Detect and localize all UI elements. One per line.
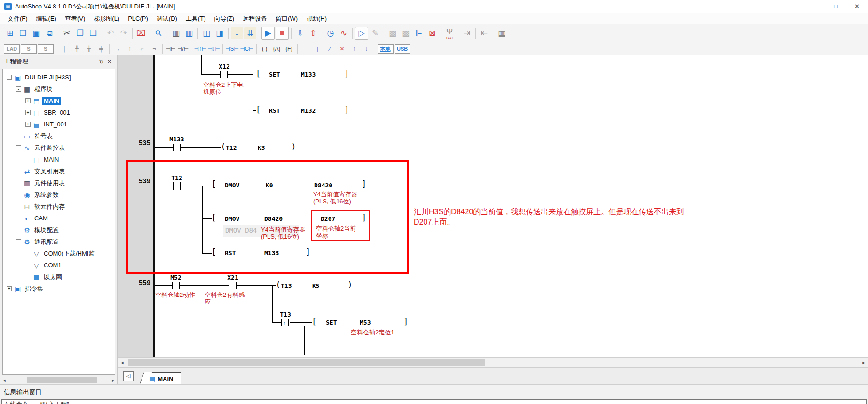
wire-right-button[interactable]: → bbox=[112, 44, 123, 54]
tree-watch-main[interactable]: ▤MAIN bbox=[3, 154, 115, 165]
collapse-expander[interactable]: - bbox=[16, 239, 21, 244]
close-button[interactable]: ✕ bbox=[846, 0, 868, 13]
menu-item-2[interactable]: 查看(V) bbox=[61, 13, 89, 24]
copy-button[interactable]: ❐ bbox=[74, 27, 86, 39]
cut-button[interactable]: ✂ bbox=[61, 27, 73, 39]
panel-close-icon[interactable]: ✕ bbox=[105, 58, 114, 65]
save-button[interactable]: ▣ bbox=[30, 27, 42, 39]
scroll-thumb[interactable] bbox=[27, 377, 97, 383]
contact-m133-bar[interactable] bbox=[180, 144, 181, 151]
find-button[interactable]: ⚲ bbox=[152, 27, 165, 39]
contact-closed-button[interactable]: ⊣/⊢ bbox=[177, 44, 189, 54]
scroll-track[interactable] bbox=[8, 377, 110, 384]
instr-set-m133[interactable]: [ bbox=[256, 70, 260, 78]
tree-ethernet[interactable]: ▦以太网 bbox=[3, 271, 115, 283]
cascade-windows-button[interactable]: ◨ bbox=[213, 27, 226, 39]
coil-t13-k5[interactable]: ( bbox=[276, 281, 280, 288]
contact-x21-bar[interactable] bbox=[236, 282, 237, 289]
wire-up-button[interactable]: ↑ bbox=[124, 44, 135, 54]
print-setup-button[interactable]: ▥ bbox=[183, 27, 195, 39]
jump-out-button[interactable]: ⇤ bbox=[478, 27, 490, 39]
instr-rst-m132[interactable]: [ bbox=[256, 106, 260, 114]
editor-scroll-left-arrow[interactable]: ◄ bbox=[118, 360, 126, 365]
soft-monitor-button[interactable]: ▩ bbox=[387, 27, 399, 39]
contact-x12-bar[interactable] bbox=[227, 71, 228, 78]
delete-line-button[interactable]: ✕ bbox=[337, 44, 348, 54]
run-button[interactable]: ▶ bbox=[261, 27, 275, 40]
new-file-button[interactable]: ⊞ bbox=[4, 27, 16, 39]
expand-expander[interactable]: + bbox=[7, 286, 12, 291]
minimize-button[interactable]: — bbox=[804, 0, 825, 13]
insert-row-button[interactable]: ⊫ bbox=[413, 27, 425, 39]
expand-expander[interactable]: + bbox=[25, 122, 31, 127]
wire-corner-2-button[interactable]: ¬ bbox=[149, 44, 160, 54]
expand-expander[interactable]: + bbox=[25, 110, 31, 115]
jump-in-button[interactable]: ⇥ bbox=[461, 27, 473, 39]
tree-int-001[interactable]: +▤INT_001 bbox=[3, 118, 115, 130]
vline-button[interactable]: ∣ bbox=[312, 44, 324, 54]
tree-comm-config[interactable]: -⚙通讯配置 bbox=[3, 236, 115, 248]
insert-row-above-button[interactable]: ╀ bbox=[71, 44, 82, 54]
wire-corner-button[interactable]: ⌐ bbox=[136, 44, 148, 54]
lad-mode-button[interactable]: LAD bbox=[4, 44, 20, 54]
contact-x12[interactable] bbox=[220, 71, 221, 78]
oscilloscope-button[interactable]: ∿ bbox=[338, 27, 350, 39]
menu-item-1[interactable]: 编辑(E) bbox=[32, 13, 61, 24]
monitor-button[interactable]: ◷ bbox=[324, 27, 337, 39]
print-button[interactable]: ▥ bbox=[170, 27, 182, 39]
open-project-button[interactable]: ❒ bbox=[17, 27, 29, 39]
tree-cross-ref[interactable]: ⇄交叉引用表 bbox=[3, 165, 115, 177]
menu-item-9[interactable]: 窗口(W) bbox=[271, 13, 302, 24]
tree-device-memory[interactable]: ⊟软元件内存 bbox=[3, 201, 115, 212]
tree-usage-table[interactable]: ▥元件使用表 bbox=[3, 177, 115, 189]
instruction-a-button[interactable]: {A} bbox=[271, 44, 283, 54]
menu-item-6[interactable]: 工具(T) bbox=[181, 13, 210, 24]
coil-button[interactable]: ( ) bbox=[259, 44, 270, 54]
contact-m133[interactable] bbox=[173, 144, 174, 151]
tree-instruction-set[interactable]: +▣指令集 bbox=[3, 283, 115, 295]
pin-icon[interactable]: ⚲ bbox=[96, 56, 107, 67]
coil-set-button[interactable]: ⊣S⊢ bbox=[225, 44, 239, 54]
collapse-expander[interactable]: - bbox=[16, 145, 21, 150]
coil-t12-k3[interactable]: ( bbox=[221, 143, 225, 150]
up-line-button[interactable]: ↑ bbox=[349, 44, 360, 54]
tree-sys-params[interactable]: ◉系统参数 bbox=[3, 189, 115, 201]
redo-button[interactable]: ↷ bbox=[118, 27, 130, 39]
contact-m52-bar[interactable] bbox=[179, 282, 180, 289]
menu-item-3[interactable]: 梯形图(L) bbox=[89, 13, 124, 24]
collapse-expander[interactable]: - bbox=[16, 86, 21, 92]
tree-module-config[interactable]: ⚙模块配置 bbox=[3, 224, 115, 236]
editor-scroll-thumb[interactable] bbox=[128, 359, 485, 366]
stop-button[interactable]: ■ bbox=[276, 27, 289, 40]
menu-item-8[interactable]: 远程设备 bbox=[238, 13, 271, 24]
contact-t13[interactable] bbox=[281, 319, 282, 326]
contact-m52[interactable] bbox=[172, 282, 173, 289]
tree-watch-table[interactable]: -∿元件监控表 bbox=[3, 142, 115, 154]
editor-scroll-right-arrow[interactable]: ► bbox=[860, 360, 868, 365]
contact-t13-bar[interactable] bbox=[288, 319, 289, 326]
insert-cell-button[interactable]: ┼ bbox=[59, 44, 70, 54]
collapse-expander[interactable]: - bbox=[7, 75, 12, 80]
compile-all-button[interactable]: ⇊ bbox=[244, 27, 256, 39]
menu-item-10[interactable]: 帮助(H) bbox=[302, 13, 331, 24]
usb-mode-button[interactable]: USB bbox=[395, 44, 410, 54]
undo-button[interactable]: ↶ bbox=[104, 27, 117, 39]
local-mode-button[interactable]: 本地 bbox=[378, 44, 394, 54]
instr-set-m53[interactable]: [ bbox=[312, 318, 316, 326]
compile-button[interactable]: ⤓ bbox=[231, 27, 243, 39]
diag-line-button[interactable]: ∕ bbox=[324, 44, 336, 54]
menu-item-0[interactable]: 文件(F) bbox=[3, 13, 32, 24]
sidebar-hscrollbar[interactable]: ◄ ► bbox=[0, 376, 117, 384]
menu-item-4[interactable]: PLC(P) bbox=[124, 14, 152, 23]
instruction-f-button[interactable]: {F} bbox=[284, 44, 295, 54]
tile-windows-button[interactable]: ◫ bbox=[200, 27, 213, 39]
save-all-button[interactable]: ⧉ bbox=[43, 27, 55, 39]
paste-button[interactable]: ❏ bbox=[87, 27, 99, 39]
debug-button[interactable]: ▷ bbox=[355, 27, 368, 40]
editor-scroll-track[interactable] bbox=[126, 358, 860, 367]
coil-reset-button[interactable]: ⊣C⊢ bbox=[240, 44, 254, 54]
hline-button[interactable]: — bbox=[300, 44, 311, 54]
delete-row-button[interactable]: ⊠ bbox=[426, 27, 438, 39]
tab-main[interactable]: ▤ MAIN bbox=[145, 372, 181, 385]
merge-cells-button[interactable]: ╪ bbox=[95, 44, 107, 54]
